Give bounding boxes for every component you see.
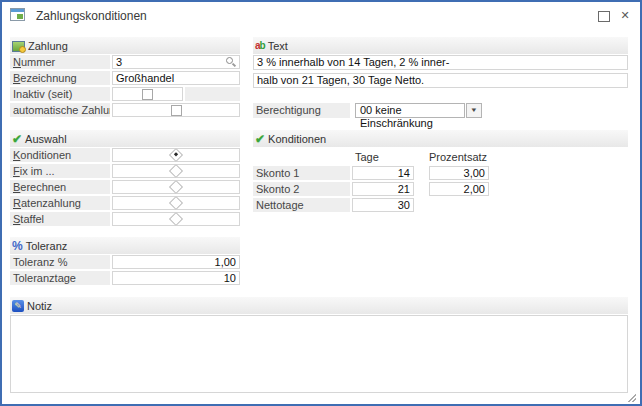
fix-im-option-label: Fix im ...: [10, 164, 110, 178]
skonto2-row: Skonto 2 21 2,00: [253, 182, 628, 196]
nummer-row: Nummer 3: [10, 55, 240, 69]
nummer-value: 3: [116, 55, 122, 69]
ratenzahlung-option-field: [112, 196, 240, 210]
app-window-icon: [10, 8, 25, 21]
notiz-header: ✎ Notiz: [10, 297, 628, 314]
konditionen-option-field: [112, 148, 240, 162]
fix-im-option-field: [112, 164, 240, 178]
inaktiv-label: Inaktiv (seit): [10, 87, 110, 101]
skonto1-row: Skonto 1 14 3,00: [253, 166, 628, 180]
text-header: ab Text: [253, 37, 628, 54]
toleranz-title: Toleranz: [26, 240, 68, 252]
skonto2-prozentsatz-input[interactable]: 2,00: [429, 182, 489, 196]
section-konditionen: ✔ Konditionen Tage Prozentsatz Skonto 1 …: [253, 130, 628, 214]
inaktiv-checkbox[interactable]: [142, 89, 153, 100]
text-icon: ab: [255, 39, 265, 52]
staffel-radio[interactable]: [169, 212, 183, 226]
skonto2-label: Skonto 2: [253, 182, 350, 196]
text-line2-input[interactable]: halb von 21 Tagen, 30 Tage Netto.: [253, 73, 628, 88]
automatische-zahlung-row: automatische Zahlung: [10, 103, 240, 117]
nettotage-label: Nettotage: [253, 198, 350, 212]
nettotage-row: Nettotage 30: [253, 198, 628, 212]
skonto2-prozentsatz-value: 2,00: [464, 182, 485, 196]
zahlung-title: Zahlung: [28, 40, 68, 52]
auswahl-header: ✔ Auswahl: [10, 130, 240, 147]
skonto1-prozentsatz-value: 3,00: [464, 166, 485, 180]
money-icon: [12, 41, 25, 52]
close-button[interactable]: ✕: [618, 8, 632, 22]
section-notiz: ✎ Notiz: [10, 297, 628, 393]
maximize-button[interactable]: [598, 11, 610, 22]
nettotage-tage-value: 30: [398, 198, 410, 212]
tage-column-header: Tage: [352, 151, 414, 164]
checkmark-icon: ✔: [255, 132, 265, 146]
automatische-zahlung-checkbox[interactable]: [171, 105, 182, 116]
auswahl-title: Auswahl: [25, 133, 67, 145]
option-row-konditionen: Konditionen: [10, 148, 240, 162]
bezeichnung-row: Bezeichnung Großhandel: [10, 71, 240, 85]
resize-grip[interactable]: [625, 392, 636, 402]
option-row-staffel: Staffel: [10, 212, 240, 226]
zahlung-header: Zahlung: [10, 37, 240, 54]
nummer-input[interactable]: 3: [112, 55, 240, 69]
window-title: Zahlungskonditionen: [36, 9, 147, 23]
staffel-option-field: [112, 212, 240, 226]
toleranz-prozent-row: Toleranz % 1,00: [10, 255, 240, 269]
automatische-zahlung-label: automatische Zahlung: [10, 103, 110, 117]
bezeichnung-label: Bezeichnung: [10, 71, 110, 85]
fix-im-radio[interactable]: [169, 164, 183, 178]
skonto1-label: Skonto 1: [253, 166, 350, 180]
ratenzahlung-radio[interactable]: [169, 196, 183, 210]
ratenzahlung-option-label: Ratenzahlung: [10, 196, 110, 210]
staffel-option-label: Staffel: [10, 212, 110, 226]
option-row-berechnen: Berechnen: [10, 180, 240, 194]
section-text: ab Text 3 % innerhalb von 14 Tagen, 2 % …: [253, 37, 628, 91]
skonto1-tage-value: 14: [398, 166, 410, 180]
toleranz-prozent-label: Toleranz %: [10, 255, 110, 269]
skonto1-prozentsatz-input[interactable]: 3,00: [429, 166, 489, 180]
nettotage-tage-input[interactable]: 30: [352, 198, 414, 212]
title-bar: Zahlungskonditionen ✕: [2, 2, 640, 30]
konditionen-title: Konditionen: [268, 133, 326, 145]
nummer-label: Nummer: [10, 55, 110, 69]
berechnen-option-label: Berechnen: [10, 180, 110, 194]
section-toleranz: % Toleranz Toleranz % 1,00 Toleranztage …: [10, 237, 240, 287]
skonto1-tage-input[interactable]: 14: [352, 166, 414, 180]
toleranz-prozent-input[interactable]: 1,00: [112, 255, 240, 269]
inaktiv-row: Inaktiv (seit): [10, 87, 240, 101]
toleranztage-value: 10: [224, 271, 236, 285]
text-line1-input[interactable]: 3 % innerhalb von 14 Tagen, 2 % inner-: [253, 55, 628, 70]
skonto2-tage-input[interactable]: 21: [352, 182, 414, 196]
berechtigung-combobox[interactable]: 00 keine Einschränkung: [355, 103, 465, 118]
prozentsatz-column-header: Prozentsatz: [429, 151, 499, 164]
notiz-textarea[interactable]: [10, 315, 628, 393]
toleranz-prozent-value: 1,00: [215, 255, 236, 269]
automatische-zahlung-field: [112, 103, 240, 117]
toleranztage-label: Toleranztage: [10, 271, 110, 285]
text-title: Text: [268, 40, 288, 52]
section-auswahl: ✔ Auswahl Konditionen Fix im ... Berechn…: [10, 130, 240, 228]
section-zahlung: Zahlung Nummer 3 Bezeichnung Großhandel …: [10, 37, 240, 119]
bezeichnung-value: Großhandel: [116, 71, 174, 85]
chevron-down-icon: ▼: [470, 103, 478, 118]
bezeichnung-input[interactable]: Großhandel: [112, 71, 240, 85]
percent-icon: %: [12, 239, 23, 253]
option-row-fix-im: Fix im ...: [10, 164, 240, 178]
berechnen-option-field: [112, 180, 240, 194]
inaktiv-field: [112, 87, 183, 101]
berechnen-radio[interactable]: [169, 180, 183, 194]
berechtigung-row: Berechtigung 00 keine Einschränkung ▼: [253, 103, 628, 118]
zahlungskonditionen-window: Zahlungskonditionen ✕ Zahlung Nummer 3 B…: [0, 0, 642, 406]
konditionen-option-label: Konditionen: [10, 148, 110, 162]
skonto2-tage-value: 21: [398, 182, 410, 196]
inaktiv-date-field: [185, 87, 240, 101]
berechtigung-dropdown-button[interactable]: ▼: [466, 103, 482, 118]
checkmark-icon: ✔: [12, 132, 22, 146]
note-pen-icon: ✎: [12, 300, 24, 312]
konditionen-radio[interactable]: [169, 148, 183, 162]
toleranztage-input[interactable]: 10: [112, 271, 240, 285]
konditionen-column-headers: Tage Prozentsatz: [253, 151, 628, 164]
magnifier-icon[interactable]: [226, 57, 236, 67]
toleranztage-row: Toleranztage 10: [10, 271, 240, 285]
notiz-title: Notiz: [27, 300, 52, 312]
